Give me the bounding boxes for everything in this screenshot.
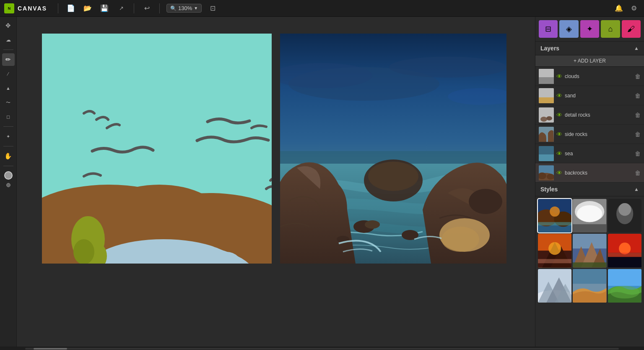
- layer-delete-clouds[interactable]: 🗑: [635, 73, 641, 80]
- smudge-tool-button[interactable]: 〜: [2, 96, 15, 109]
- layer-name-side-rocks: side rocks: [565, 131, 632, 137]
- style-paint-button[interactable]: 🖌: [622, 20, 641, 38]
- layer-name-clouds: clouds: [565, 73, 632, 79]
- toolbar-separator-4: [3, 166, 13, 166]
- layers-section-header: Layers ▲: [535, 42, 644, 55]
- layer-delete-sand[interactable]: 🗑: [635, 92, 641, 99]
- cloud-tool-button[interactable]: ☁: [2, 34, 15, 46]
- svg-point-26: [389, 57, 506, 78]
- style-thumb-mountain-sunset[interactable]: [538, 234, 571, 267]
- move-tool-button[interactable]: ✥: [2, 19, 15, 32]
- export-file-button[interactable]: ↗: [115, 3, 127, 14]
- style-thumb-dolomites[interactable]: [573, 234, 606, 267]
- main-area: ✥ ☁ ✏ ∕ ▲ 〜 ◻ ✦ ✋: [0, 17, 644, 347]
- style-thumb-dark-portrait[interactable]: [608, 199, 641, 232]
- zoom-dropdown-icon: ▼: [194, 6, 198, 10]
- settings-button[interactable]: ⚙: [628, 3, 640, 14]
- svg-rect-61: [573, 224, 606, 232]
- style-thumb-red-sunset[interactable]: [608, 234, 641, 267]
- svg-rect-89: [573, 269, 606, 284]
- zoom-icon: 🔍: [170, 5, 177, 11]
- fill-tool-button[interactable]: ▲: [2, 82, 15, 94]
- style-palette-button[interactable]: ◈: [559, 20, 578, 38]
- styles-collapse-button[interactable]: ▲: [634, 186, 639, 192]
- eraser-tool-button[interactable]: ◻: [2, 110, 15, 123]
- svg-rect-47: [539, 154, 554, 161]
- svg-rect-71: [538, 259, 571, 264]
- fit-view-button[interactable]: ⊡: [207, 3, 218, 14]
- layer-visibility-sand[interactable]: 👁: [556, 92, 562, 99]
- pencil-tool-button[interactable]: ∕: [2, 68, 15, 80]
- header-separator-2: [134, 3, 134, 13]
- right-panel: ⊟ ◈ ✦ ⌂ 🖌 Layers ▲ + ADD LAYER 👁: [535, 17, 644, 347]
- horizontal-scrollbar[interactable]: [0, 347, 644, 350]
- color-indicator-large: [4, 171, 13, 180]
- layer-visibility-side-rocks[interactable]: 👁: [556, 131, 562, 138]
- layer-visibility-sea[interactable]: 👁: [556, 150, 562, 157]
- layers-list: 👁 clouds 🗑 👁 sand 🗑: [535, 67, 644, 183]
- layer-item-detail-rocks[interactable]: 👁 detail rocks 🗑: [535, 105, 644, 125]
- style-thumb-rocky-coast[interactable]: [538, 199, 571, 232]
- svg-rect-39: [539, 77, 554, 84]
- canvas-area: [17, 17, 535, 347]
- toolbar-separator-2: [3, 126, 13, 127]
- layer-thumb-detail-rocks: [539, 107, 554, 123]
- scroll-track: [25, 348, 619, 350]
- layer-item-backrocks[interactable]: 👁 backrocks 🗑: [535, 163, 644, 183]
- svg-point-80: [619, 243, 631, 254]
- svg-point-18: [73, 239, 94, 264]
- layer-delete-detail-rocks[interactable]: 🗑: [635, 112, 641, 118]
- svg-point-56: [550, 206, 560, 217]
- svg-rect-41: [539, 97, 554, 103]
- save-file-button[interactable]: 💾: [99, 3, 110, 14]
- layer-item-side-rocks[interactable]: 👁 side rocks 🗑: [535, 125, 644, 144]
- open-file-button[interactable]: 📂: [82, 3, 93, 14]
- scroll-thumb[interactable]: [34, 348, 67, 350]
- header-separator: [58, 3, 58, 13]
- layer-delete-side-rocks[interactable]: 🗑: [635, 131, 641, 138]
- style-house-button[interactable]: ⌂: [601, 20, 620, 38]
- brush-tool-button[interactable]: ✏: [2, 53, 15, 66]
- app-title: CANVAS: [18, 5, 47, 12]
- undo-button[interactable]: ↩: [141, 3, 153, 14]
- styles-grid: [535, 196, 644, 305]
- layer-item-sea[interactable]: 👁 sea 🗑: [535, 144, 644, 163]
- drawing-canvas[interactable]: [42, 34, 272, 264]
- header: N CANVAS 📄 📂 💾 ↗ ↩ 🔍 130% ▼ ⊡ 🔔 ⚙: [0, 0, 644, 17]
- layer-delete-backrocks[interactable]: 🗑: [635, 170, 641, 176]
- share-button[interactable]: 🔔: [613, 3, 625, 14]
- layer-delete-sea[interactable]: 🗑: [635, 150, 641, 157]
- styles-title: Styles: [540, 186, 558, 193]
- header-separator-3: [159, 3, 160, 13]
- svg-rect-77: [573, 263, 606, 268]
- zoom-value: 130%: [178, 5, 192, 11]
- layer-item-sand[interactable]: 👁 sand 🗑: [535, 86, 644, 105]
- zoom-control[interactable]: 🔍 130% ▼: [166, 4, 202, 13]
- layer-name-detail-rocks: detail rocks: [565, 112, 632, 118]
- style-sparkle-button[interactable]: ✦: [580, 20, 599, 38]
- eyedropper-tool-button[interactable]: ✦: [2, 130, 15, 143]
- add-layer-button[interactable]: + ADD LAYER: [535, 55, 644, 67]
- svg-point-31: [469, 189, 502, 214]
- svg-rect-91: [608, 269, 641, 286]
- left-toolbar: ✥ ☁ ✏ ∕ ▲ 〜 ◻ ✦ ✋: [0, 17, 17, 347]
- layer-thumb-backrocks: [539, 165, 554, 180]
- layer-visibility-clouds[interactable]: 👁: [556, 73, 562, 80]
- svg-point-60: [577, 205, 602, 222]
- new-file-button[interactable]: 📄: [65, 3, 77, 14]
- layers-collapse-button[interactable]: ▲: [634, 45, 639, 51]
- layer-visibility-detail-rocks[interactable]: 👁: [556, 112, 562, 118]
- layer-visibility-backrocks[interactable]: 👁: [556, 170, 562, 176]
- style-thumb-desert-dunes[interactable]: [573, 269, 606, 303]
- style-thumb-misty-mountains[interactable]: [538, 269, 571, 303]
- hand-tool-button[interactable]: ✋: [2, 150, 15, 162]
- layer-thumb-sand: [539, 88, 554, 103]
- style-thumb-clouds-dramatic[interactable]: [573, 199, 606, 232]
- style-thumb-green-valley[interactable]: [608, 269, 641, 303]
- layer-thumb-sea: [539, 146, 554, 161]
- layer-item-clouds[interactable]: 👁 clouds 🗑: [535, 67, 644, 86]
- svg-point-33: [365, 220, 380, 229]
- style-icons-row: ⊟ ◈ ✦ ⌂ 🖌: [535, 17, 644, 42]
- svg-rect-57: [538, 222, 571, 225]
- style-segmented-button[interactable]: ⊟: [539, 20, 558, 38]
